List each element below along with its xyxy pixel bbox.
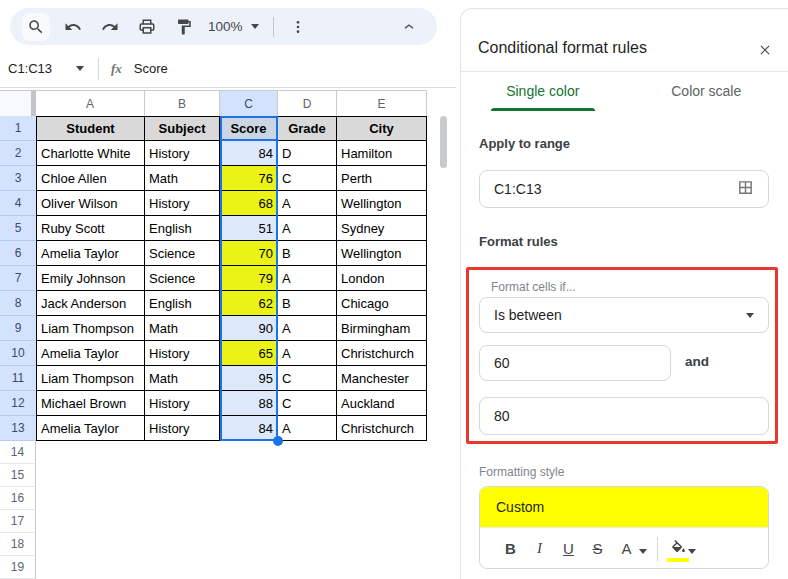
- paint-format-button[interactable]: [170, 13, 198, 41]
- row-number[interactable]: 16: [0, 487, 36, 510]
- row-number[interactable]: 13: [0, 416, 36, 441]
- column-header-e[interactable]: E: [337, 91, 427, 117]
- cell[interactable]: C: [278, 391, 337, 416]
- cell[interactable]: Charlotte White: [36, 141, 145, 166]
- row-number[interactable]: 12: [0, 391, 36, 416]
- cell[interactable]: 95: [220, 366, 278, 391]
- cell[interactable]: Christchurch: [337, 416, 427, 441]
- select-data-range-icon[interactable]: [737, 179, 754, 199]
- row-number[interactable]: 18: [0, 533, 36, 556]
- cell[interactable]: Grade: [278, 116, 337, 141]
- column-header-d[interactable]: D: [278, 91, 337, 117]
- cell[interactable]: B: [278, 291, 337, 316]
- text-color-button[interactable]: A: [612, 534, 641, 564]
- tab-single-color[interactable]: Single color: [461, 71, 625, 111]
- cell[interactable]: C: [278, 166, 337, 191]
- row-number[interactable]: 11: [0, 366, 36, 391]
- cell[interactable]: Math: [145, 316, 220, 341]
- cell[interactable]: Jack Anderson: [36, 291, 145, 316]
- italic-button[interactable]: I: [525, 534, 554, 564]
- cell[interactable]: Chicago: [337, 291, 427, 316]
- cell[interactable]: 88: [220, 391, 278, 416]
- vertical-scrollbar[interactable]: [440, 116, 447, 168]
- row-number[interactable]: 17: [0, 510, 36, 533]
- cell[interactable]: 84: [220, 141, 278, 166]
- cell[interactable]: Amelia Taylor: [36, 241, 145, 266]
- cell[interactable]: Science: [145, 266, 220, 291]
- cell[interactable]: History: [145, 141, 220, 166]
- cell[interactable]: 84: [220, 416, 278, 441]
- close-panel-button[interactable]: [752, 37, 778, 63]
- cell[interactable]: 90: [220, 316, 278, 341]
- cell[interactable]: 62: [220, 291, 278, 316]
- cell[interactable]: D: [278, 141, 337, 166]
- cell[interactable]: Chloe Allen: [36, 166, 145, 191]
- cell[interactable]: English: [145, 216, 220, 241]
- apply-to-range-input[interactable]: C1:C13: [479, 170, 769, 208]
- cell[interactable]: History: [145, 391, 220, 416]
- row-number[interactable]: 10: [0, 341, 36, 366]
- cell[interactable]: Wellington: [337, 241, 427, 266]
- row-number[interactable]: 1: [0, 116, 36, 141]
- cell[interactable]: 65: [220, 341, 278, 366]
- row-number[interactable]: 6: [0, 241, 36, 266]
- redo-button[interactable]: [96, 13, 124, 41]
- row-number[interactable]: 19: [0, 556, 36, 579]
- cell[interactable]: Score: [220, 116, 278, 141]
- row-number[interactable]: 3: [0, 166, 36, 191]
- cell[interactable]: Sydney: [337, 216, 427, 241]
- max-value-input[interactable]: 80: [479, 397, 769, 435]
- row-number[interactable]: 14: [0, 441, 36, 464]
- cell[interactable]: Oliver Wilson: [36, 191, 145, 216]
- cell[interactable]: Science: [145, 241, 220, 266]
- row-number[interactable]: 9: [0, 316, 36, 341]
- cell[interactable]: Liam Thompson: [36, 366, 145, 391]
- column-header-a[interactable]: A: [36, 91, 145, 117]
- cell[interactable]: A: [278, 341, 337, 366]
- cell[interactable]: B: [278, 241, 337, 266]
- fill-color-button[interactable]: [666, 534, 690, 564]
- row-number[interactable]: 2: [0, 141, 36, 166]
- column-header-b[interactable]: B: [145, 91, 220, 117]
- cell[interactable]: Emily Johnson: [36, 266, 145, 291]
- cell[interactable]: A: [278, 316, 337, 341]
- select-all-corner[interactable]: [0, 91, 36, 117]
- cell[interactable]: Subject: [145, 116, 220, 141]
- row-number[interactable]: 7: [0, 266, 36, 291]
- cell[interactable]: Manchester: [337, 366, 427, 391]
- row-number[interactable]: 8: [0, 291, 36, 316]
- search-button[interactable]: [22, 13, 50, 41]
- cell[interactable]: Auckland: [337, 391, 427, 416]
- formula-input[interactable]: Score: [134, 61, 168, 76]
- cell[interactable]: 79: [220, 266, 278, 291]
- cell[interactable]: English: [145, 291, 220, 316]
- collapse-toolbar-button[interactable]: [395, 13, 423, 41]
- cell[interactable]: A: [278, 216, 337, 241]
- zoom-control[interactable]: 100%: [208, 19, 259, 34]
- cell[interactable]: Math: [145, 166, 220, 191]
- cell[interactable]: 51: [220, 216, 278, 241]
- cell[interactable]: Perth: [337, 166, 427, 191]
- cell[interactable]: Christchurch: [337, 341, 427, 366]
- cell[interactable]: Ruby Scott: [36, 216, 145, 241]
- cell[interactable]: 68: [220, 191, 278, 216]
- bold-button[interactable]: B: [496, 534, 525, 564]
- more-options-button[interactable]: [284, 13, 312, 41]
- cell[interactable]: History: [145, 416, 220, 441]
- print-button[interactable]: [133, 13, 161, 41]
- strikethrough-button[interactable]: S: [583, 534, 612, 564]
- column-header-c[interactable]: C: [220, 91, 278, 117]
- row-number[interactable]: 4: [0, 191, 36, 216]
- name-box[interactable]: C1:C13: [8, 61, 70, 76]
- cell[interactable]: London: [337, 266, 427, 291]
- name-box-dropdown-icon[interactable]: [76, 66, 84, 71]
- cell[interactable]: History: [145, 341, 220, 366]
- cell[interactable]: Amelia Taylor: [36, 416, 145, 441]
- undo-button[interactable]: [59, 13, 87, 41]
- cell[interactable]: Wellington: [337, 191, 427, 216]
- cell[interactable]: C: [278, 366, 337, 391]
- min-value-input[interactable]: 60: [479, 345, 671, 381]
- underline-button[interactable]: U: [554, 534, 583, 564]
- tab-color-scale[interactable]: Color scale: [625, 71, 788, 111]
- cell[interactable]: A: [278, 266, 337, 291]
